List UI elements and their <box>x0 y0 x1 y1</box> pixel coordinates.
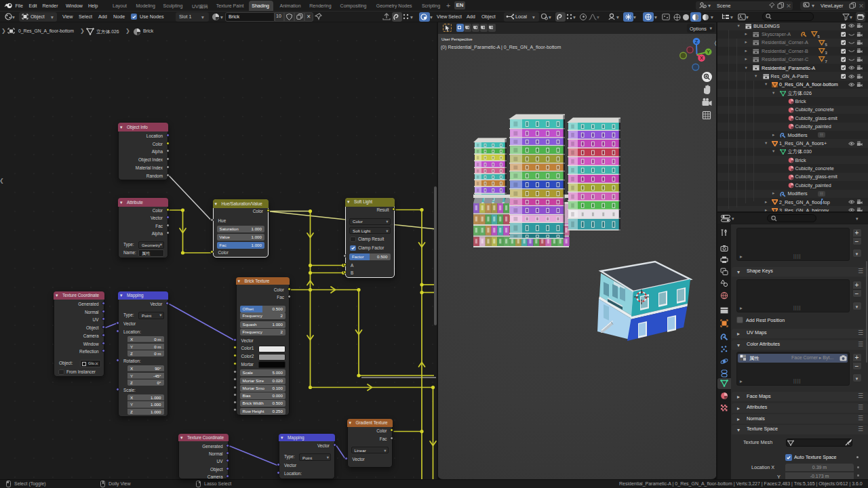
svg-text:X: X <box>700 55 703 61</box>
svg-text:Y: Y <box>707 49 710 55</box>
svg-text:Z: Z <box>695 39 698 45</box>
